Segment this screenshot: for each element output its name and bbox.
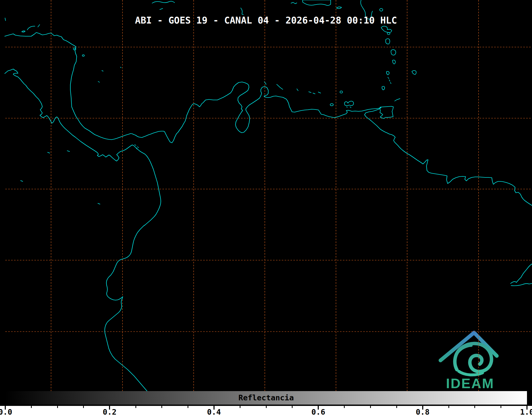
- island-path: [340, 91, 343, 93]
- island-path: [98, 203, 100, 204]
- island-path: [120, 67, 121, 68]
- island-path: [303, 0, 331, 6]
- colorbar-tick-label: 1.0: [520, 407, 532, 416]
- island-path: [27, 26, 35, 30]
- island-path: [386, 39, 390, 44]
- island-path: [393, 60, 395, 64]
- island-path: [318, 92, 321, 93]
- island-path: [380, 106, 393, 118]
- colorbar-tick-minor: [370, 406, 371, 408]
- island-path: [160, 8, 163, 10]
- island-path: [381, 26, 392, 33]
- island-path: [297, 89, 298, 91]
- island-path: [344, 101, 354, 106]
- colorbar-tick-minor: [344, 406, 345, 408]
- colorbar-tick-minor: [83, 406, 84, 408]
- island-path: [412, 71, 416, 75]
- island-path: [73, 48, 76, 50]
- island-path: [330, 104, 333, 106]
- colorbar-tick-minor: [292, 406, 293, 408]
- colorbar-tick-label: 0.8: [416, 407, 429, 416]
- colorbar-tick-minor: [266, 406, 267, 408]
- island-path: [21, 181, 23, 181]
- island-path: [313, 93, 315, 94]
- colorbar-tick-minor: [135, 406, 136, 408]
- island-path: [390, 83, 391, 84]
- satellite-map: [0, 0, 532, 417]
- island-path: [387, 71, 389, 75]
- island-path: [152, 1, 175, 3]
- colorbar-tick-minor: [396, 406, 397, 408]
- island-path: [22, 31, 25, 32]
- island-path: [241, 8, 243, 15]
- island-path: [98, 81, 99, 82]
- island-path: [389, 80, 390, 81]
- island-path: [387, 33, 390, 35]
- island-path: [380, 8, 383, 11]
- colorbar-tick-minor: [57, 406, 58, 408]
- satellite-image-viewport: IDEAM ABI - GOES 19 - CANAL 04 - 2026-04…: [0, 0, 532, 417]
- island-path: [347, 107, 347, 107]
- colorbar-tick-minor: [448, 406, 449, 408]
- island-path: [102, 71, 103, 71]
- island-path: [264, 82, 266, 84]
- coastline-path: [5, 33, 532, 205]
- island-path: [309, 92, 311, 93]
- coastline-path: [511, 283, 532, 286]
- island-path: [382, 86, 385, 90]
- colorbar-tick-minor: [188, 406, 188, 408]
- island-path: [48, 152, 50, 153]
- colorbar-tick-label: 0.4: [207, 407, 221, 416]
- island-path: [82, 55, 84, 56]
- colorbar-tick-minor: [501, 406, 501, 408]
- island-path: [350, 107, 351, 108]
- island-path: [395, 99, 400, 101]
- colorbar-tick-label: 0.2: [103, 407, 116, 416]
- colorbar-tick-label: 0.0: [0, 407, 12, 416]
- island-path: [388, 77, 389, 79]
- island-path: [135, 145, 136, 145]
- island-path: [337, 7, 342, 9]
- colorbar-gradient: Reflectancia: [5, 391, 527, 405]
- colorbar-label: Reflectancia: [5, 391, 527, 405]
- colorbar-tick-minor: [240, 406, 240, 408]
- colorbar-tick-minor: [474, 406, 475, 408]
- island-path: [67, 151, 70, 152]
- image-title: ABI - GOES 19 - CANAL 04 - 2026-04-28 00…: [0, 15, 532, 26]
- island-path: [291, 2, 297, 4]
- colorbar-tick-label: 0.6: [311, 407, 325, 416]
- island-path: [137, 147, 139, 148]
- coastline-path: [5, 69, 161, 391]
- island-path: [277, 84, 283, 89]
- island-path: [391, 50, 396, 55]
- colorbar-tick-minor: [161, 406, 162, 408]
- colorbar-tick-minor: [31, 406, 32, 408]
- coastline-path: [511, 264, 532, 283]
